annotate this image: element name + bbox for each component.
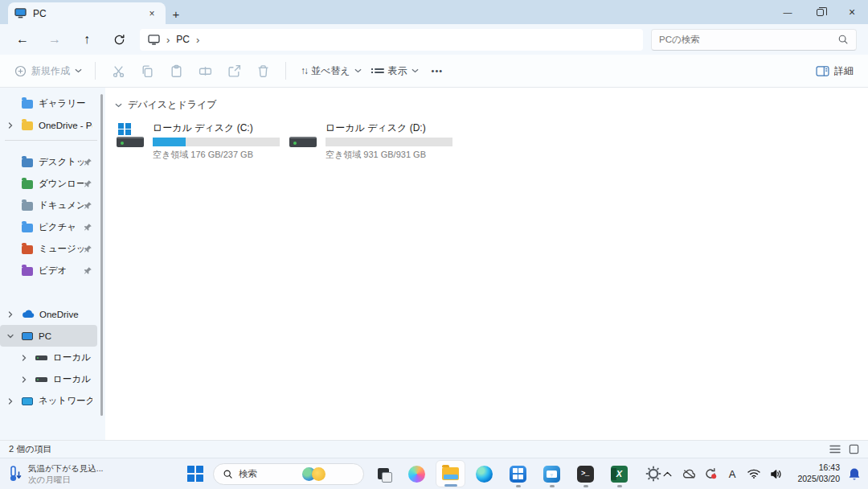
new-button[interactable]: 新規作成 [10, 64, 87, 78]
copilot-button[interactable] [402, 460, 432, 487]
file-list-area[interactable]: デバイスとドライブ ローカル ディスク (C:) 空き領域 176 GB/237… [105, 88, 868, 440]
paste-button[interactable] [162, 59, 190, 83]
plus-circle-icon [14, 65, 27, 77]
breadcrumb-chevron-icon[interactable]: › [196, 34, 199, 46]
sidebar-item-pictures[interactable]: ピクチャ [0, 216, 97, 238]
running-indicator [617, 485, 622, 487]
sidebar-scrollbar[interactable] [100, 94, 103, 416]
sidebar-item-disk-d[interactable]: ローカル ディスク ( [0, 368, 97, 390]
breadcrumb[interactable]: › PC › [140, 29, 643, 51]
restore-button[interactable] [804, 0, 836, 24]
weather-widget[interactable]: 気温が下がる見込... 次の月曜日 [0, 458, 112, 489]
section-devices-and-drives[interactable]: デバイスとドライブ [115, 98, 868, 112]
sidebar-item-music[interactable]: ミュージック [0, 238, 97, 260]
edge-button[interactable] [469, 460, 499, 487]
notifications-button[interactable] [847, 465, 862, 483]
drive-icon [35, 377, 47, 382]
sidebar-item-disk-c[interactable]: ローカル ディスク ( [0, 347, 97, 368]
sidebar-item-documents[interactable]: ドキュメント [0, 195, 97, 216]
ime-indicator[interactable]: A [725, 465, 739, 483]
drive-c-icon [115, 121, 145, 150]
chevron-right-icon [7, 122, 14, 129]
taskbar-search[interactable]: 検索 [213, 463, 364, 485]
sidebar-item-onedrive[interactable]: OneDrive [0, 303, 97, 325]
desktop-screen: PC × + — × ← → ↑ › PC › 新規作成 [0, 0, 868, 489]
weather-headline: 気温が下がる見込... [28, 462, 104, 474]
breadcrumb-item-pc[interactable]: PC [176, 34, 190, 45]
onedrive-folder-icon [22, 121, 33, 130]
network-icon [22, 397, 33, 405]
outlook-button[interactable] [537, 460, 567, 487]
cut-button[interactable] [104, 59, 133, 83]
sidebar-item-label: ミュージック [39, 243, 84, 255]
drive-tile-c[interactable]: ローカル ディスク (C:) 空き領域 176 GB/237 GB [115, 121, 288, 161]
close-button[interactable]: × [836, 0, 868, 24]
store-button[interactable] [503, 460, 533, 487]
wifi-button[interactable] [747, 465, 761, 483]
refresh-button[interactable] [108, 28, 130, 51]
up-button[interactable]: ↑ [76, 28, 98, 51]
clock-date: 2025/03/20 [790, 474, 840, 485]
window-controls: — × [772, 0, 868, 24]
more-options-button[interactable]: ••• [425, 66, 450, 76]
sidebar-item-gallery[interactable]: ギャラリー [0, 92, 97, 114]
excel-button[interactable]: X [604, 460, 634, 487]
large-icons-view-icon[interactable] [849, 444, 859, 454]
sidebar-item-label: OneDrive [39, 310, 92, 319]
desktop-folder-icon [22, 158, 33, 167]
cloud-slash-icon [682, 469, 696, 479]
volume-button[interactable] [768, 465, 783, 483]
minimize-button[interactable]: — [772, 0, 804, 24]
chevron-right-icon [7, 398, 14, 405]
file-explorer-button[interactable] [436, 460, 465, 487]
copy-button[interactable] [133, 59, 162, 83]
task-view-button[interactable] [368, 460, 398, 487]
taskbar: 気温が下がる見込... 次の月曜日 検索 >_ X [0, 458, 868, 489]
sort-button[interactable]: ↑↓ 並べ替え [294, 59, 368, 83]
new-tab-button[interactable]: + [166, 3, 186, 24]
tray-overflow-button[interactable] [660, 465, 674, 483]
search-box[interactable] [651, 29, 857, 51]
share-button[interactable] [219, 59, 248, 83]
pc-icon [22, 332, 33, 340]
cut-icon [112, 64, 125, 78]
onedrive-status-button[interactable] [682, 465, 696, 483]
windows-start-icon [187, 466, 203, 482]
taskbar-clock[interactable]: 16:43 2025/03/20 [790, 462, 840, 484]
paste-icon [170, 64, 183, 78]
chevron-up-icon [663, 471, 672, 477]
update-status-button[interactable] [703, 465, 718, 483]
details-pane-button[interactable]: 詳細 [811, 64, 858, 78]
breadcrumb-chevron-icon: › [166, 34, 170, 46]
sidebar-item-label: PC [39, 331, 92, 341]
forward-button[interactable]: → [43, 28, 66, 51]
sidebar-item-label: ギャラリー [39, 97, 92, 109]
terminal-icon: >_ [577, 466, 594, 483]
running-indicator [550, 485, 555, 487]
tab-close-icon[interactable]: × [145, 6, 159, 21]
sidebar-item-desktop[interactable]: デスクトップ [0, 151, 97, 173]
pin-icon [84, 266, 92, 275]
sidebar: ギャラリー OneDrive - Perso デスクトップ ダウンロード [0, 88, 105, 440]
sidebar-item-pc[interactable]: PC [0, 325, 97, 347]
drive-free-space: 空き領域 176 GB/237 GB [153, 149, 288, 161]
delete-button[interactable] [248, 59, 277, 83]
terminal-button[interactable]: >_ [571, 460, 600, 487]
drive-tile-d[interactable]: ローカル ディスク (D:) 空き領域 931 GB/931 GB [288, 121, 461, 161]
rename-button[interactable] [190, 59, 219, 83]
share-icon [227, 64, 241, 78]
sidebar-item-downloads[interactable]: ダウンロード [0, 173, 97, 195]
tab-pc[interactable]: PC × [8, 2, 166, 24]
pin-icon [84, 223, 92, 232]
sidebar-item-videos[interactable]: ビデオ [0, 260, 97, 281]
details-view-icon[interactable] [829, 445, 841, 454]
start-button[interactable] [182, 460, 209, 487]
chevron-right-icon [21, 355, 27, 361]
search-input[interactable] [659, 35, 837, 44]
sidebar-item-network[interactable]: ネットワーク [0, 390, 97, 412]
sidebar-item-onedrive-personal[interactable]: OneDrive - Perso [0, 114, 97, 136]
item-count: 2 個の項目 [9, 443, 51, 455]
back-button[interactable]: ← [11, 28, 34, 51]
sidebar-item-label: ネットワーク [39, 395, 92, 407]
view-button[interactable]: 表示 [368, 59, 425, 83]
